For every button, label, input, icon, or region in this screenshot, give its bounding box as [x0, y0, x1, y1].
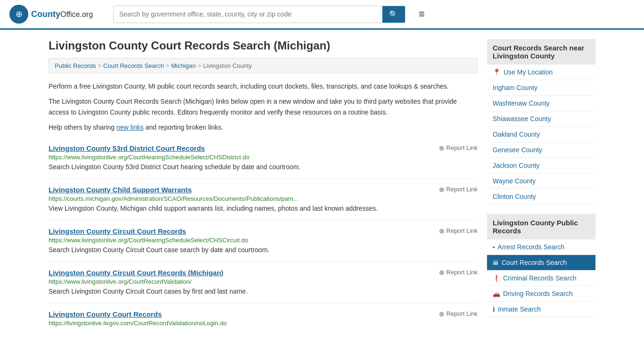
public-records-list: ▪ Arrest Records Search 🏛 Court Records …	[487, 239, 595, 317]
result-url: https://www.livingstonlive.org/CourtReco…	[49, 278, 478, 285]
search-icon: 🔍	[389, 10, 398, 18]
public-records-title: Livingston County Public Records	[487, 214, 595, 239]
result-description: View Livingston County, Michigan child s…	[49, 204, 478, 214]
result-title-link[interactable]: Livingston County 53rd District Court Re…	[49, 144, 205, 152]
result-url: https://courts.michigan.gov/Administrati…	[49, 195, 478, 202]
public-records-item: 🚗 Driving Records Search	[487, 286, 595, 302]
nearby-county-item: Oakland County	[487, 127, 595, 142]
breadcrumb-public-records[interactable]: Public Records	[55, 62, 96, 69]
report-icon: ⊗	[439, 144, 445, 152]
report-label: Report Link	[446, 269, 478, 276]
use-my-location-link[interactable]: 📍 Use My Location	[487, 65, 595, 80]
nearby-county-link[interactable]: Clinton County	[487, 189, 595, 204]
public-records-item: ▪ Arrest Records Search	[487, 239, 595, 255]
record-type-icon: ▪	[493, 244, 495, 251]
results-list: Livingston County 53rd District Court Re…	[49, 138, 478, 335]
public-records-item: ℹ Inmate Search	[487, 302, 595, 317]
menu-button[interactable]: ≡	[415, 6, 429, 22]
record-type-label: Court Records Search	[502, 259, 567, 266]
report-label: Report Link	[446, 186, 478, 193]
nearby-county-link[interactable]: Genesee County	[487, 142, 595, 157]
result-title: Livingston County Child Support Warrants	[49, 186, 192, 194]
result-title-link[interactable]: Livingston County Circuit Court Records …	[49, 269, 223, 277]
result-description: Search Livingston County 53rd District C…	[49, 162, 478, 172]
report-label: Report Link	[446, 310, 478, 317]
result-url: https://livingstonlive.livgov.com/CourtR…	[49, 320, 478, 327]
logo-icon: ⊕	[9, 5, 28, 24]
record-type-icon: 🚗	[493, 290, 500, 297]
logo-text: CountyOffice.org	[31, 9, 93, 19]
record-type-icon: ℹ	[493, 306, 495, 313]
nearby-section-title: Court Records Search near Livingston Cou…	[487, 39, 595, 65]
search-input[interactable]	[114, 7, 382, 22]
search-bar[interactable]: 🔍	[113, 6, 405, 23]
nearby-county-link[interactable]: Wayne County	[487, 173, 595, 189]
nearby-county-item: Shiawassee County	[487, 111, 595, 127]
record-type-label: Arrest Records Search	[498, 243, 565, 251]
nearby-county-link[interactable]: Ingham County	[487, 80, 595, 95]
report-link[interactable]: ⊗ Report Link	[439, 186, 478, 193]
result-item: Livingston County Child Support Warrants…	[49, 179, 478, 221]
record-type-label: Driving Records Search	[503, 290, 573, 297]
result-title: Livingston County Circuit Court Records …	[49, 269, 223, 277]
report-link[interactable]: ⊗ Report Link	[439, 269, 478, 276]
public-records-link[interactable]: 🏛 Court Records Search	[487, 255, 595, 270]
nearby-county-item: Wayne County	[487, 173, 595, 189]
result-title-link[interactable]: Livingston County Child Support Warrants	[49, 186, 192, 194]
new-links-link[interactable]: new links	[116, 123, 144, 131]
report-label: Report Link	[446, 144, 478, 151]
sidebar: Court Records Search near Livingston Cou…	[487, 39, 595, 335]
public-records-link[interactable]: ℹ Inmate Search	[487, 302, 595, 317]
breadcrumb-court-records-search[interactable]: Court Records Search	[103, 62, 164, 69]
nearby-county-item: Clinton County	[487, 189, 595, 205]
result-description: Search Livingston County Circuit Court c…	[49, 287, 478, 296]
result-title: Livingston County Circuit Court Records	[49, 227, 186, 235]
breadcrumb-michigan[interactable]: Michigan	[171, 62, 196, 69]
search-button[interactable]: 🔍	[382, 6, 405, 23]
breadcrumb-current: Livingston County	[203, 62, 252, 69]
result-title-link[interactable]: Livingston County Court Records	[49, 310, 162, 318]
nearby-county-link[interactable]: Jackson County	[487, 158, 595, 173]
nearby-county-link[interactable]: Washtenaw County	[487, 96, 595, 111]
report-link[interactable]: ⊗ Report Link	[439, 227, 478, 235]
result-url: https://www.livingstonlive.org/CourtHear…	[49, 154, 478, 161]
nearby-county-link[interactable]: Shiawassee County	[487, 111, 595, 126]
result-item: Livingston County Circuit Court Records …	[49, 221, 478, 262]
report-icon: ⊗	[439, 186, 445, 193]
description-2: The Livingston County Court Records Sear…	[49, 96, 478, 117]
breadcrumb: Public Records > Court Records Search > …	[49, 58, 478, 74]
public-records-link[interactable]: 🚗 Driving Records Search	[487, 286, 595, 301]
result-url: https://www.livingstonlive.org/CourtHear…	[49, 237, 478, 244]
nearby-county-item: Ingham County	[487, 80, 595, 96]
report-link[interactable]: ⊗ Report Link	[439, 310, 478, 318]
location-pin-icon: 📍	[493, 68, 501, 76]
public-records-item: 🏛 Court Records Search	[487, 255, 595, 271]
nearby-county-item: Washtenaw County	[487, 96, 595, 111]
result-item: Livingston County Circuit Court Records …	[49, 262, 478, 304]
result-title: Livingston County 53rd District Court Re…	[49, 144, 205, 152]
main-container: Livingston County Court Records Search (…	[39, 30, 605, 344]
report-icon: ⊗	[439, 227, 445, 235]
public-records-link[interactable]: ▪ Arrest Records Search	[487, 239, 595, 255]
description-1: Perform a free Livingston County, MI pub…	[49, 81, 478, 91]
description-3: Help others by sharing new links and rep…	[49, 122, 478, 132]
nearby-county-item: Jackson County	[487, 158, 595, 173]
public-records-link[interactable]: ❗ Criminal Records Search	[487, 271, 595, 286]
result-item: Livingston County 53rd District Court Re…	[49, 138, 478, 179]
result-description: Search Livingston County Circuit Court c…	[49, 245, 478, 255]
public-records-section: Livingston County Public Records ▪ Arres…	[487, 214, 595, 317]
report-link[interactable]: ⊗ Report Link	[439, 144, 478, 152]
result-title-link[interactable]: Livingston County Circuit Court Records	[49, 227, 186, 235]
report-label: Report Link	[446, 227, 478, 234]
result-item: Livingston County Court Records ⊗ Report…	[49, 304, 478, 335]
report-icon: ⊗	[439, 310, 445, 318]
nearby-counties-list: Ingham CountyWashtenaw CountyShiawassee …	[487, 80, 595, 205]
logo-area: ⊕ CountyOffice.org	[9, 5, 104, 24]
record-type-label: Inmate Search	[498, 305, 541, 313]
page-title: Livingston County Court Records Search (…	[49, 39, 478, 52]
report-icon: ⊗	[439, 269, 445, 276]
nearby-county-item: Genesee County	[487, 142, 595, 158]
public-records-item: ❗ Criminal Records Search	[487, 271, 595, 286]
site-header: ⊕ CountyOffice.org 🔍 ≡	[0, 0, 644, 30]
nearby-county-link[interactable]: Oakland County	[487, 127, 595, 142]
